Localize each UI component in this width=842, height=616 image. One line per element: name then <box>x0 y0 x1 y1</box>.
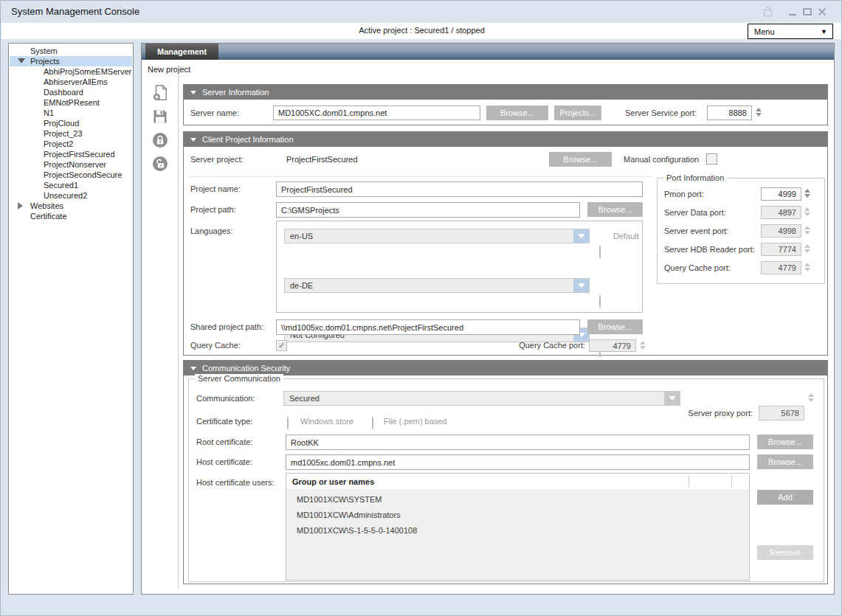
service-port-spinner[interactable] <box>755 108 762 117</box>
window-title: System Management Console <box>11 6 139 17</box>
languages-label: Languages: <box>190 224 233 238</box>
save-icon[interactable] <box>151 108 169 125</box>
server-communication-group: Server Communication Communication: Secu… <box>188 378 824 582</box>
triangle-down-icon <box>190 367 196 370</box>
menu-dropdown[interactable]: Menu ▼ <box>748 24 833 39</box>
new-project-command[interactable]: New project <box>148 65 190 74</box>
tree-item-emnotpresent[interactable]: EMNotPResent <box>10 97 132 108</box>
root-certificate-browse-button[interactable]: Browse... <box>757 435 813 449</box>
server-name-input[interactable]: MD1005XC.dom01.cmpns.net <box>273 105 480 120</box>
tree-item-label: ProjectNonserver <box>44 159 106 170</box>
lock-closed-icon[interactable] <box>151 131 169 149</box>
tree-item-label: AbhiserverAllEms <box>44 77 108 87</box>
pmon-port-spinner[interactable] <box>804 189 811 198</box>
tree-item-unsecured2[interactable]: Unsecured2 <box>10 190 132 201</box>
project-name-input[interactable]: ProjectFirstSecured <box>276 181 643 197</box>
host-certificate-browse-button[interactable]: Browse... <box>757 454 813 469</box>
server-project-row: Server project: ProjectFirstSecured Brow… <box>184 152 827 167</box>
certificate-type-row: Certificate type: Windows store File (.p… <box>189 416 824 428</box>
pmon-port-input[interactable]: 4999 <box>761 187 801 201</box>
languages-box: en-US Default de-DE Not Configured Not C… <box>276 221 643 313</box>
root-certificate-input[interactable]: RootKK <box>286 435 750 450</box>
server-name-browse-button[interactable]: Browse... <box>486 105 548 120</box>
pmon-port-label: Pmon port: <box>664 187 704 201</box>
status-strip: Active project : Secured1 / stopped Menu… <box>1 23 842 39</box>
server-project-label: Server project: <box>190 152 244 167</box>
manual-configuration-checkbox[interactable] <box>706 153 717 165</box>
host-certificate-input[interactable]: md1005xc.dom01.cmpns.net <box>286 454 750 470</box>
section-header-server-information[interactable]: Server Information <box>184 85 827 100</box>
shared-project-path-label: Shared project path: <box>190 319 263 334</box>
server-event-port-input: 4998 <box>761 224 801 238</box>
query-cache-port-input: 4779 <box>589 339 636 352</box>
tree-item-project-23[interactable]: Project_23 <box>10 128 132 139</box>
server-project-browse-button[interactable]: Browse... <box>549 152 612 167</box>
section-header-client-project-information[interactable]: Client Project Information <box>184 132 827 147</box>
tree-item-websites[interactable]: Websites <box>10 201 132 211</box>
tree-item-label: Project_23 <box>44 128 83 139</box>
tree-item-label: System <box>30 46 58 56</box>
tree-item-project2[interactable]: Project2 <box>10 139 132 149</box>
triangle-right-icon[interactable] <box>18 202 23 210</box>
tree-item-abhiserverallems[interactable]: AbhiserverAllEms <box>10 77 132 87</box>
maximize-button[interactable] <box>802 7 812 20</box>
projects-button[interactable]: Projects... <box>554 105 601 120</box>
language-default-radio-1[interactable] <box>599 245 601 259</box>
communication-dropdown[interactable]: Secured <box>283 391 680 406</box>
minimize-button[interactable] <box>787 7 798 20</box>
chevron-down-icon <box>573 279 589 292</box>
server-event-port-row: Server event port: 4998 <box>658 224 824 238</box>
tree-item-dashboard[interactable]: Dashboard <box>10 87 132 97</box>
add-user-button[interactable]: Add <box>757 490 813 505</box>
language-dropdown-2[interactable]: de-DE <box>284 278 590 293</box>
query-cache-port-input: 4779 <box>761 261 801 274</box>
close-button[interactable] <box>817 7 827 20</box>
shared-project-path-row: Shared project path: \\md1005xc.dom01.cm… <box>184 319 827 335</box>
tree-item-abhiprojsomeemserver[interactable]: AbhiProjSomeEMServer <box>10 66 132 77</box>
server-data-port-input: 4897 <box>761 206 801 219</box>
triangle-down-icon[interactable] <box>18 58 25 63</box>
vertical-toolbar <box>142 75 179 588</box>
column-divider[interactable] <box>731 475 732 488</box>
section-header-communication-security[interactable]: Communication Security <box>184 361 827 376</box>
column-divider[interactable] <box>689 475 689 488</box>
active-project-status: Active project : Secured1 / stopped <box>1 26 842 35</box>
tree-item-projcloud[interactable]: ProjCloud <box>10 118 132 128</box>
shared-project-path-input[interactable]: \\md1005xc.dom01.cmpns.net\ProjectFirstS… <box>276 319 580 335</box>
tab-management[interactable]: Management <box>145 44 218 60</box>
language-dropdown-value: de-DE <box>290 281 313 290</box>
language-default-radio-2[interactable] <box>599 294 601 308</box>
tree-item-projects[interactable]: Projects <box>10 56 132 66</box>
query-cache-port-spinner <box>639 341 646 350</box>
lock-open-icon[interactable] <box>151 155 169 173</box>
remove-user-button[interactable]: Remove <box>757 545 813 560</box>
user-list-item[interactable]: MD1001XCW\S-1-5-5-0-1400108 <box>286 523 749 539</box>
tab-strip: Management <box>142 44 834 60</box>
server-data-port-spinner <box>804 207 811 216</box>
windows-store-label: Windows store <box>300 416 353 427</box>
query-cache-label: Query Cache: <box>190 339 241 351</box>
windows-store-radio <box>287 416 289 430</box>
tree-item-projectnonserver[interactable]: ProjectNonserver <box>10 159 132 170</box>
tree-item-certificate[interactable]: Certificate <box>10 211 132 221</box>
triangle-down-icon <box>190 91 196 94</box>
users-list-header[interactable]: Group or user names <box>286 474 749 490</box>
service-port-input[interactable]: 8888 <box>707 105 752 120</box>
language-dropdown-1[interactable]: en-US <box>284 229 590 243</box>
section-communication-security: Communication Security Server Communicat… <box>183 360 828 584</box>
new-project-icon[interactable] <box>151 84 169 102</box>
tree-item-system[interactable]: System <box>10 46 132 56</box>
user-list-item[interactable]: MD1001XCW\Administrators <box>286 508 749 523</box>
query-cache-port-label: Query Cache port: <box>664 261 731 274</box>
shared-project-path-browse-button[interactable]: Browse... <box>587 319 643 334</box>
tree-item-projectsecondsecure[interactable]: ProjectSecondSecure <box>10 170 132 180</box>
section-title: Client Project Information <box>202 135 294 144</box>
tree-item-secured1[interactable]: Secured1 <box>10 180 132 190</box>
tree-item-projectfirstsecured[interactable]: ProjectFirstSecured <box>10 149 132 159</box>
project-path-browse-button[interactable]: Browse... <box>587 202 643 217</box>
server-name-row: Server name: MD1005XC.dom01.cmpns.net Br… <box>184 105 827 121</box>
project-path-input[interactable]: C:\GMSProjects <box>276 202 580 218</box>
host-certificate-users-list[interactable]: Group or user names MD1001XCW\SYSTEM MD1… <box>286 473 750 581</box>
user-list-item[interactable]: MD1001XCW\SYSTEM <box>286 492 749 508</box>
tree-item-n1[interactable]: N1 <box>10 108 132 118</box>
